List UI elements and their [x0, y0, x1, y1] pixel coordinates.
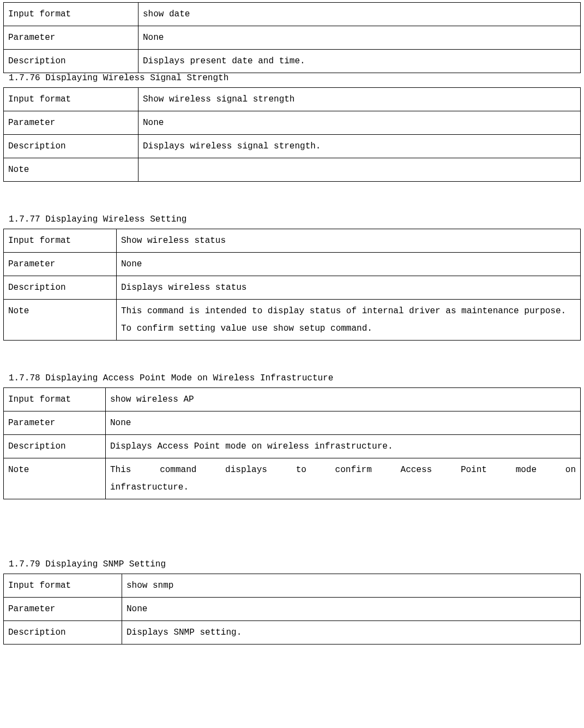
row-label: Parameter [4, 26, 139, 50]
row-value: Displays wireless status [117, 276, 581, 300]
row-label: Input format [4, 3, 139, 26]
row-value: Displays SNMP setting. [122, 621, 581, 645]
row-value: None [139, 26, 581, 50]
command-table: Input format show wireless AP Parameter … [3, 387, 581, 499]
row-label: Parameter [4, 253, 117, 276]
table-row: Description Displays wireless status [4, 276, 581, 300]
row-label: Parameter [4, 598, 122, 621]
row-value: This command is intended to display stat… [117, 300, 581, 341]
row-value [139, 158, 581, 182]
table-row: Description Displays Access Point mode o… [4, 435, 581, 458]
table-row: Parameter None [4, 26, 581, 50]
row-value: Show wireless signal strength [139, 88, 581, 111]
row-value: Displays present date and time. [139, 50, 581, 73]
section-heading: 1.7.77 Displaying Wireless Setting [9, 214, 581, 224]
row-label: Description [4, 276, 117, 300]
row-label: Description [4, 621, 122, 645]
table-row: Description Displays present date and ti… [4, 50, 581, 73]
row-value: show date [139, 3, 581, 26]
row-label: Note [4, 458, 106, 499]
row-label: Parameter [4, 411, 106, 435]
table-row: Input format show date [4, 3, 581, 26]
row-value: show wireless AP [106, 388, 581, 411]
row-value: None [122, 598, 581, 621]
table-row: Description Displays SNMP setting. [4, 621, 581, 645]
table-row: Input format Show wireless status [4, 229, 581, 253]
row-value: show snmp [122, 574, 581, 598]
table-row: Description Displays wireless signal str… [4, 135, 581, 158]
row-label: Parameter [4, 111, 139, 135]
row-value: This command displays to confirm Access … [106, 458, 581, 499]
row-label: Input format [4, 574, 122, 598]
command-table: Input format show snmp Parameter None De… [3, 574, 581, 645]
row-value: None [139, 111, 581, 135]
table-row: Note [4, 158, 581, 182]
note-line-1: This command displays to confirm Access … [110, 461, 576, 479]
section-1-7-76: 1.7.76 Displaying Wireless Signal Streng… [3, 73, 581, 182]
table-row: Input format show snmp [4, 574, 581, 598]
row-label: Input format [4, 388, 106, 411]
row-value: Show wireless status [117, 229, 581, 253]
table-row: Parameter None [4, 598, 581, 621]
row-value: Displays Access Point mode on wireless i… [106, 435, 581, 458]
section-heading: 1.7.79 Displaying SNMP Setting [9, 559, 581, 569]
command-table: Input format Show wireless status Parame… [3, 229, 581, 341]
row-label: Note [4, 300, 117, 341]
row-label: Input format [4, 229, 117, 253]
table-row: Parameter None [4, 111, 581, 135]
row-label: Description [4, 135, 139, 158]
table-row: Parameter None [4, 253, 581, 276]
row-label: Description [4, 435, 106, 458]
row-label: Note [4, 158, 139, 182]
table-row: Input format show wireless AP [4, 388, 581, 411]
section-1-7-77: 1.7.77 Displaying Wireless Setting Input… [3, 214, 581, 341]
row-value: Displays wireless signal strength. [139, 135, 581, 158]
row-label: Input format [4, 88, 139, 111]
table-row: Note This command is intended to display… [4, 300, 581, 341]
row-label: Description [4, 50, 139, 73]
command-table-top: Input format show date Parameter None De… [3, 2, 581, 73]
command-table: Input format Show wireless signal streng… [3, 87, 581, 182]
row-value: None [117, 253, 581, 276]
section-heading: 1.7.78 Displaying Access Point Mode on W… [9, 373, 581, 383]
table-row: Parameter None [4, 411, 581, 435]
section-heading: 1.7.76 Displaying Wireless Signal Streng… [9, 73, 581, 83]
section-1-7-78: 1.7.78 Displaying Access Point Mode on W… [3, 373, 581, 499]
section-1-7-79: 1.7.79 Displaying SNMP Setting Input for… [3, 559, 581, 645]
table-row: Note This command displays to confirm Ac… [4, 458, 581, 499]
table-row: Input format Show wireless signal streng… [4, 88, 581, 111]
row-value: None [106, 411, 581, 435]
note-line-2: infrastructure. [110, 479, 576, 496]
